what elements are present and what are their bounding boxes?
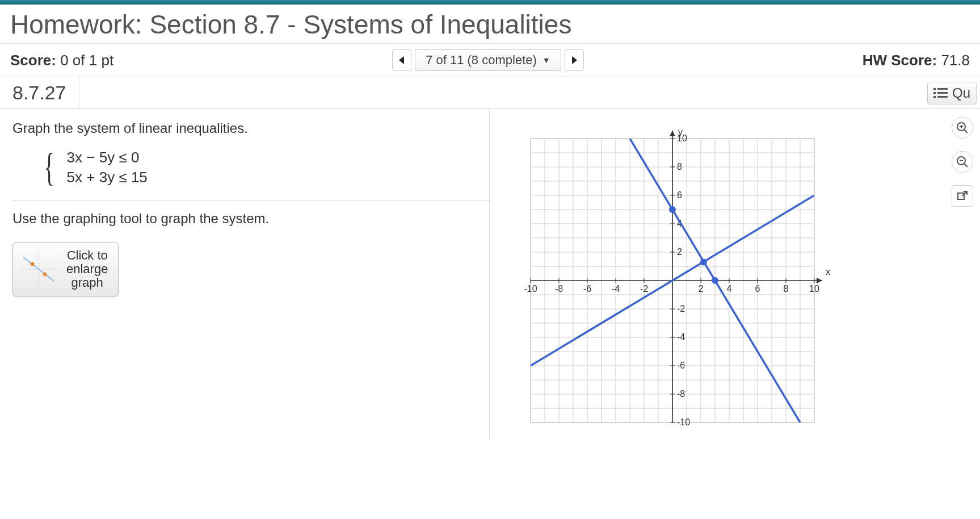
svg-text:2: 2 <box>677 247 682 257</box>
hw-score-label: HW Score: <box>863 52 937 69</box>
question-number: 8.7.27 <box>0 77 79 108</box>
enlarge-graph-label: Click to enlarge graph <box>66 249 108 290</box>
prev-question-button[interactable] <box>392 49 411 71</box>
svg-text:-6: -6 <box>583 284 591 294</box>
inequality-system: { 3x − 5y ≤ 0 5x + 3y ≤ 15 <box>40 149 491 186</box>
svg-text:10: 10 <box>809 284 819 294</box>
hw-score-value: 71.8 <box>941 52 970 69</box>
score-display: Score: 0 of 1 pt <box>10 52 113 69</box>
coordinate-graph[interactable]: -10-8-6-4-2246810-10-8-6-4-2246810xy <box>514 122 831 440</box>
svg-text:-2: -2 <box>640 284 648 294</box>
zoom-in-icon <box>956 122 969 134</box>
score-bar: Score: 0 of 1 pt 7 of 11 (8 complete) ▼ … <box>0 44 980 77</box>
zoom-out-icon <box>956 156 969 168</box>
svg-text:-2: -2 <box>677 304 685 313</box>
question-prompt: Graph the system of linear inequalities. <box>12 120 491 136</box>
svg-text:4: 4 <box>727 284 732 294</box>
svg-line-107 <box>964 164 968 167</box>
svg-point-6 <box>43 273 47 277</box>
svg-text:6: 6 <box>755 284 760 294</box>
popout-button[interactable] <box>952 185 973 207</box>
triangle-left-icon <box>398 56 405 65</box>
instruction-text: Use the graphing tool to graph the syste… <box>12 211 491 227</box>
left-brace: { <box>44 152 54 183</box>
enlarge-line-3: graph <box>66 276 108 290</box>
equation-1: 3x − 5y ≤ 0 <box>67 149 148 166</box>
svg-text:-4: -4 <box>612 284 620 294</box>
hw-score-display: HW Score: 71.8 <box>863 52 970 69</box>
question-list-label: Qu <box>952 85 970 101</box>
mini-graph-icon <box>19 249 58 289</box>
question-navigator: 7 of 11 (8 complete) ▼ <box>113 49 863 71</box>
svg-point-101 <box>700 259 707 266</box>
score-value: 0 of 1 pt <box>60 52 113 69</box>
svg-text:-10: -10 <box>524 284 537 294</box>
svg-line-103 <box>964 129 968 133</box>
next-question-button[interactable] <box>565 49 584 71</box>
svg-marker-52 <box>817 278 822 283</box>
svg-text:2: 2 <box>699 284 704 294</box>
svg-text:6: 6 <box>677 190 682 200</box>
svg-text:-8: -8 <box>677 389 685 399</box>
graph-tools <box>952 117 973 207</box>
svg-text:y: y <box>678 127 683 137</box>
question-list-button[interactable]: Qu <box>927 82 977 104</box>
score-label: Score: <box>10 52 56 69</box>
enlarge-line-1: Click to <box>66 249 108 262</box>
vertical-divider <box>489 109 490 440</box>
svg-text:-4: -4 <box>677 332 685 342</box>
section-divider <box>12 200 491 200</box>
page-header: Homework: Section 8.7 - Systems of Inequ… <box>0 5 980 44</box>
content-area: Graph the system of linear inequalities.… <box>0 109 980 440</box>
app-accent-bar <box>0 0 980 5</box>
equation-2: 5x + 3y ≤ 15 <box>67 169 148 186</box>
svg-text:-10: -10 <box>677 417 690 427</box>
list-icon <box>933 88 948 98</box>
svg-marker-1 <box>572 56 577 64</box>
equations: 3x − 5y ≤ 0 5x + 3y ≤ 15 <box>67 149 148 186</box>
question-progress-text: 7 of 11 (8 complete) <box>426 53 537 68</box>
svg-text:8: 8 <box>677 162 682 171</box>
svg-text:-8: -8 <box>555 284 563 294</box>
graph-panel: -10-8-6-4-2246810-10-8-6-4-2246810xy <box>491 109 980 440</box>
svg-text:-6: -6 <box>677 361 685 370</box>
caret-down-icon: ▼ <box>542 56 550 65</box>
zoom-out-button[interactable] <box>952 151 973 173</box>
enlarge-graph-button[interactable]: Click to enlarge graph <box>12 242 119 296</box>
question-number-bar: 8.7.27 Qu <box>0 77 980 109</box>
popout-icon <box>957 190 968 202</box>
question-panel: Graph the system of linear inequalities.… <box>0 109 491 440</box>
question-progress-dropdown[interactable]: 7 of 11 (8 complete) ▼ <box>415 49 561 71</box>
triangle-right-icon <box>571 56 578 65</box>
svg-rect-109 <box>958 193 964 199</box>
svg-text:x: x <box>826 267 830 277</box>
svg-marker-54 <box>670 131 675 136</box>
zoom-in-button[interactable] <box>952 117 973 139</box>
svg-marker-0 <box>399 56 404 64</box>
enlarge-line-2: enlarge <box>66 262 108 276</box>
svg-point-5 <box>31 262 35 266</box>
svg-text:8: 8 <box>784 284 789 294</box>
page-title: Homework: Section 8.7 - Systems of Inequ… <box>10 9 970 40</box>
